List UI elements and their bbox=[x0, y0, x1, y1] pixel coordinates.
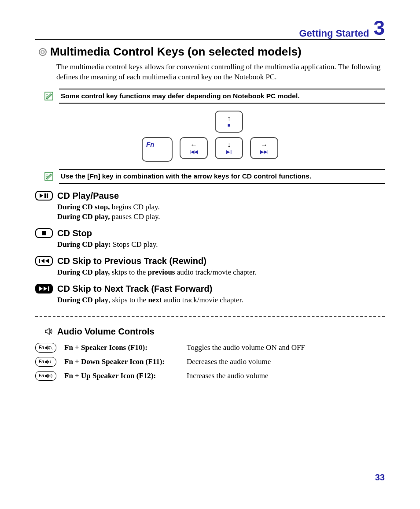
fn-f11-key-icon: Fn bbox=[35, 357, 56, 367]
prev-button-icon bbox=[35, 256, 53, 266]
volume-label: Fn + Down Speaker Icon (F11): bbox=[64, 357, 179, 366]
fn-f10-key-icon: Fn bbox=[35, 343, 56, 353]
audio-heading-row: Audio Volume Controls bbox=[44, 327, 385, 337]
page-number: 33 bbox=[375, 472, 385, 483]
section-next: CD Skip to Next Track (Fast Forward) bbox=[35, 284, 385, 294]
main-heading: Multimedia Control Keys (on selected mod… bbox=[50, 45, 302, 59]
svg-rect-4 bbox=[47, 193, 48, 198]
dashed-separator bbox=[35, 316, 385, 317]
audio-heading: Audio Volume Controls bbox=[57, 327, 155, 337]
play-pause-button-icon bbox=[35, 191, 53, 201]
volume-row-down: Fn Fn + Down Speaker Icon (F11): Decreas… bbox=[35, 357, 385, 367]
speaker-icon bbox=[44, 327, 54, 336]
note-text-2: Use the [Fn] key in combination with the… bbox=[59, 169, 385, 184]
svg-rect-3 bbox=[44, 193, 46, 198]
arrow-down-icon: ↓ bbox=[227, 141, 231, 149]
left-arrow-key: ← |◀◀ bbox=[180, 137, 208, 159]
fn-f12-key-icon: Fn bbox=[35, 371, 56, 381]
page-header: Getting Started 3 bbox=[35, 18, 385, 40]
keycap-diagram: Fn ← |◀◀ ↑ ■ ↓ ▶|| → ▶▶| bbox=[35, 111, 385, 162]
arrow-left-icon: ← bbox=[190, 141, 197, 149]
note-pencil-icon bbox=[43, 171, 55, 182]
svg-rect-6 bbox=[39, 259, 40, 263]
svg-marker-15 bbox=[45, 360, 48, 364]
fn-key: Fn bbox=[142, 137, 173, 162]
volume-row-up: Fn Fn + Up Speaker Icon (F12): Increases… bbox=[35, 371, 385, 381]
svg-line-14 bbox=[50, 346, 52, 349]
svg-marker-7 bbox=[41, 259, 44, 263]
main-heading-row: Multimedia Control Keys (on selected mod… bbox=[39, 45, 385, 59]
next-track-icon: ▶▶| bbox=[260, 149, 268, 154]
next-line-1: During CD play, skips to the next audio … bbox=[57, 296, 385, 305]
prev-line-1: During CD play, skips to the previous au… bbox=[57, 268, 385, 277]
section-play-pause: CD Play/Pause bbox=[35, 191, 385, 201]
arrow-right-icon: → bbox=[261, 141, 268, 149]
header-chapter-number: 3 bbox=[373, 18, 385, 38]
play-line-2: During CD play, pauses CD play. bbox=[57, 212, 385, 221]
play-line-1: During CD stop, begins CD play. bbox=[57, 203, 385, 212]
note-text-1: Some control key functions may defer dep… bbox=[59, 89, 385, 104]
svg-marker-8 bbox=[45, 259, 49, 263]
volume-row-toggle: Fn Fn + Speaker Icons (F10): Toggles the… bbox=[35, 343, 385, 353]
next-heading: CD Skip to Next Track (Fast Forward) bbox=[57, 284, 212, 294]
section-stop: CD Stop bbox=[35, 228, 385, 238]
svg-rect-11 bbox=[48, 286, 49, 291]
volume-label: Fn + Up Speaker Icon (F12): bbox=[64, 372, 179, 380]
note-pencil-icon bbox=[43, 90, 55, 102]
down-arrow-key: ↓ ▶|| bbox=[215, 137, 243, 159]
svg-marker-13 bbox=[45, 346, 48, 350]
header-section-title: Getting Started bbox=[299, 28, 369, 39]
stop-heading: CD Stop bbox=[57, 228, 92, 238]
svg-marker-17 bbox=[45, 374, 48, 378]
play-pause-icon: ▶|| bbox=[226, 149, 232, 154]
next-button-icon bbox=[35, 284, 53, 294]
svg-marker-10 bbox=[44, 286, 47, 291]
stop-button-icon bbox=[35, 228, 53, 238]
note-block-1: Some control key functions may defer dep… bbox=[43, 89, 385, 104]
fn-key-label: Fn bbox=[146, 141, 154, 148]
volume-desc: Increases the audio volume bbox=[187, 372, 269, 380]
intro-paragraph: The multimedia control keys allows for c… bbox=[56, 62, 385, 82]
up-arrow-key: ↑ ■ bbox=[215, 111, 243, 133]
stop-line-1: During CD play: Stops CD play. bbox=[57, 240, 385, 249]
svg-rect-5 bbox=[42, 231, 46, 235]
svg-marker-9 bbox=[39, 286, 43, 291]
svg-marker-18 bbox=[48, 374, 50, 378]
section-prev: CD Skip to Previous Track (Rewind) bbox=[35, 256, 385, 266]
volume-desc: Toggles the audio volume ON and OFF bbox=[187, 343, 305, 352]
prev-heading: CD Skip to Previous Track (Rewind) bbox=[57, 256, 206, 266]
volume-table: Fn Fn + Speaker Icons (F10): Toggles the… bbox=[35, 343, 385, 381]
volume-desc: Decreases the audio volume bbox=[187, 357, 271, 366]
svg-marker-12 bbox=[45, 328, 49, 334]
volume-label: Fn + Speaker Icons (F10): bbox=[64, 343, 179, 352]
play-pause-heading: CD Play/Pause bbox=[57, 191, 119, 201]
note-block-2: Use the [Fn] key in combination with the… bbox=[43, 169, 385, 184]
right-arrow-key: → ▶▶| bbox=[250, 137, 278, 159]
prev-track-icon: |◀◀ bbox=[190, 149, 198, 154]
svg-marker-16 bbox=[48, 360, 49, 364]
arrow-up-icon: ↑ bbox=[227, 115, 231, 122]
stop-icon: ■ bbox=[228, 123, 231, 128]
circle-bullet-icon bbox=[39, 48, 47, 56]
svg-marker-2 bbox=[40, 193, 43, 198]
